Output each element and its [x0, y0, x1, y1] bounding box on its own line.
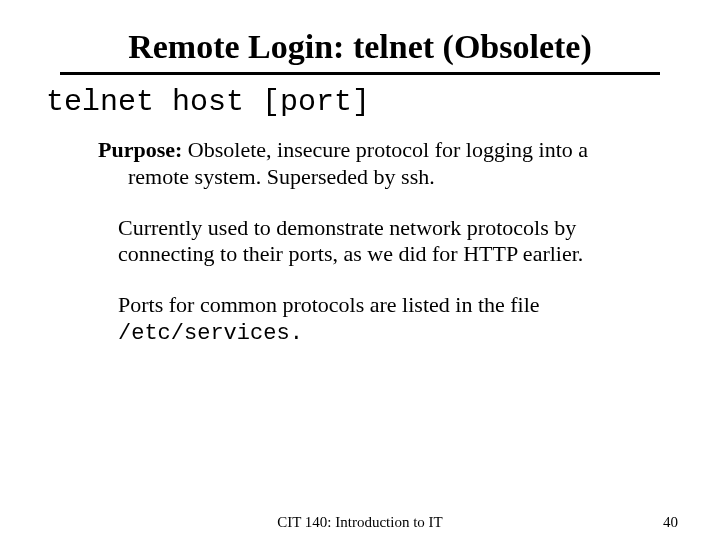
purpose-text-line1: Obsolete, insecure protocol for logging … — [182, 137, 588, 162]
slide: Remote Login: telnet (Obsolete) telnet h… — [0, 0, 720, 540]
footer-page-number: 40 — [663, 514, 678, 531]
command-syntax: telnet host [port] — [46, 85, 678, 119]
purpose-text-line2: remote system. Superseded by ssh. — [98, 164, 648, 191]
purpose-block: Purpose: Obsolete, insecure protocol for… — [98, 137, 648, 191]
title-underline — [60, 72, 660, 75]
slide-title: Remote Login: telnet (Obsolete) — [42, 28, 678, 72]
body-content: Purpose: Obsolete, insecure protocol for… — [98, 137, 648, 348]
purpose-label: Purpose: — [98, 137, 182, 162]
paragraph-usage: Currently used to demonstrate network pr… — [98, 215, 648, 269]
ports-filepath: /etc/services. — [118, 321, 303, 346]
paragraph-ports: Ports for common protocols are listed in… — [98, 292, 648, 348]
footer-course: CIT 140: Introduction to IT — [0, 514, 720, 531]
ports-text: Ports for common protocols are listed in… — [118, 292, 540, 317]
